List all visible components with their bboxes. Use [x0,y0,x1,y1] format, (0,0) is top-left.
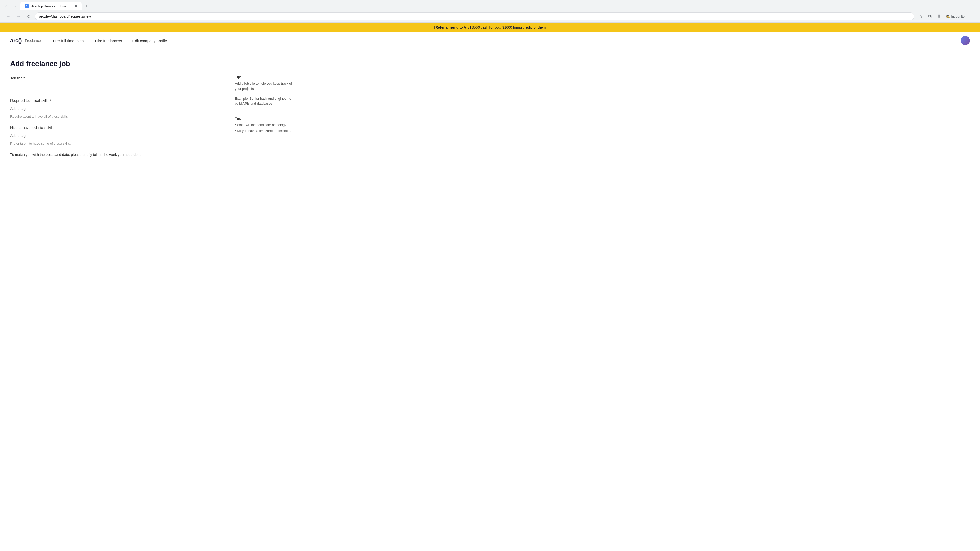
reload-button[interactable]: ↻ [24,12,33,21]
tab-bar: ‹ › A Hire Top Remote Software Dev... × … [0,0,980,10]
url-text: arc.dev/dashboard/requests/new [39,14,910,18]
app-header: arc() Freelance Hire full-time talent Hi… [0,32,980,49]
required-skills-input[interactable] [10,105,224,113]
nice-skills-input[interactable] [10,132,224,140]
new-tab-button[interactable]: + [83,2,90,10]
tip-2-label: Tip: [235,116,296,121]
work-description-group: To match you with the best candidate, pl… [10,152,224,188]
main-nav: Hire full-time talent Hire freelancers E… [53,38,961,43]
required-skills-label: Required technical skills * [10,98,224,103]
main-content: Add freelance job Job title * Required t… [0,49,306,206]
tab-prev-button[interactable]: ‹ [2,2,10,10]
banner-text: $500 cash for you, $1000 hiring credit f… [471,25,546,29]
tip-1: Tip: Add a job title to help you keep tr… [235,75,296,106]
work-description-input[interactable] [10,159,224,187]
nice-skills-label: Nice-to-have technical skills [10,125,224,130]
freelance-badge: Freelance [25,38,41,43]
required-skills-marker: * [48,98,51,103]
job-title-label: Job title * [10,76,224,80]
required-marker: * [22,76,25,80]
nav-hire-freelancers[interactable]: Hire freelancers [95,38,122,43]
nav-edit-company-profile[interactable]: Edit company profile [132,38,167,43]
tip-2-text: What will the candidate be doing? Do you… [235,122,296,133]
promo-banner: [Refer a friend to Arc] $500 cash for yo… [0,23,980,32]
nav-actions: ☆ ⧉ ⬇ 🕵 Incognito ⋮ [916,12,976,21]
user-avatar[interactable] [961,36,970,45]
download-button[interactable]: ⬇ [935,12,943,21]
logo-area: arc() Freelance [10,37,41,44]
incognito-label: Incognito [951,14,965,18]
address-bar: ← → ↻ arc.dev/dashboard/requests/new ☆ ⧉… [0,10,980,22]
tip-1-text: Add a job title to help you keep track o… [235,81,296,106]
incognito-button[interactable]: 🕵 Incognito [944,14,967,19]
forward-button[interactable]: → [14,12,22,21]
nice-skills-group: Nice-to-have technical skills Prefer tal… [10,125,224,145]
tab-close-button[interactable]: × [74,4,78,8]
logo[interactable]: arc() [10,37,22,44]
tab-title: Hire Top Remote Software Dev... [30,4,72,8]
bookmark-button[interactable]: ☆ [916,12,924,21]
tab-next-button[interactable]: › [11,2,19,10]
extensions-button[interactable]: ⧉ [926,12,934,21]
url-bar[interactable]: arc.dev/dashboard/requests/new [35,13,915,20]
page-title: Add freelance job [10,60,224,68]
form-section: Add freelance job Job title * Required t… [10,60,224,195]
nice-skills-hint: Prefer talent to have some of these skil… [10,141,224,145]
tip-2: Tip: What will the candidate be doing? D… [235,116,296,133]
required-skills-hint: Require talent to have all of these skil… [10,114,224,118]
nav-hire-fulltime[interactable]: Hire full-time talent [53,38,85,43]
browser-tab-active[interactable]: A Hire Top Remote Software Dev... × [21,2,82,10]
referral-link[interactable]: [Refer a friend to Arc] [434,25,471,29]
job-title-input[interactable] [10,82,224,91]
tip-sidebar: Tip: Add a job title to help you keep tr… [235,60,296,195]
incognito-icon: 🕵 [946,14,950,18]
browser-chrome: ‹ › A Hire Top Remote Software Dev... × … [0,0,980,23]
tab-favicon: A [24,4,29,8]
menu-button[interactable]: ⋮ [968,12,976,21]
work-description-label: To match you with the best candidate, pl… [10,152,224,157]
tip-1-label: Tip: [235,75,296,79]
required-skills-group: Required technical skills * Require tale… [10,98,224,118]
back-button[interactable]: ← [4,12,12,21]
job-title-group: Job title * [10,76,224,91]
